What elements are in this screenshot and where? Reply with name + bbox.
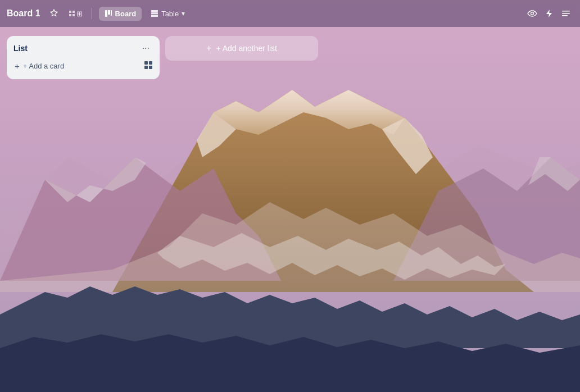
menu-button[interactable] — [559, 6, 573, 21]
board-view-button[interactable]: Board — [99, 7, 142, 21]
svg-rect-20 — [151, 15, 158, 17]
table-view-icon — [151, 10, 158, 17]
add-card-button[interactable]: + + Add a card — [11, 58, 142, 74]
svg-rect-22 — [562, 11, 570, 12]
svg-rect-24 — [562, 15, 568, 16]
add-list-button[interactable]: + + Add another list — [165, 36, 318, 61]
add-card-label: + Add a card — [23, 62, 64, 70]
svg-rect-19 — [151, 12, 158, 14]
list-card: List ··· + + Add a card — [7, 36, 160, 79]
svg-rect-17 — [111, 10, 112, 16]
list-header: List ··· — [11, 42, 155, 55]
board-view-label: Board — [115, 10, 137, 18]
add-card-row: + + Add a card — [11, 58, 155, 74]
ellipsis-icon: ··· — [142, 43, 149, 53]
right-icons — [525, 6, 573, 21]
svg-rect-26 — [149, 61, 152, 65]
card-template-button[interactable] — [142, 60, 155, 72]
list-menu-button[interactable]: ··· — [139, 43, 153, 54]
svg-rect-25 — [144, 61, 148, 65]
plus-icon: + — [15, 62, 20, 70]
board-title: Board 1 — [7, 8, 40, 19]
automation-button[interactable]: ⊞ — [65, 7, 85, 20]
lightning-button[interactable] — [542, 6, 556, 21]
menu-icon — [561, 8, 571, 19]
lightning-icon — [544, 8, 554, 19]
add-list-label: + Add another list — [216, 44, 277, 53]
divider — [92, 8, 92, 19]
svg-rect-23 — [562, 13, 570, 14]
card-template-icon — [144, 61, 153, 70]
board-view-icon — [105, 10, 112, 17]
svg-rect-15 — [105, 10, 107, 17]
svg-rect-27 — [144, 66, 148, 69]
add-list-plus-icon: + — [206, 43, 211, 53]
watch-button[interactable] — [525, 6, 540, 21]
automation-icon — [67, 9, 76, 18]
list-title: List — [13, 44, 28, 53]
star-icon — [49, 9, 58, 18]
svg-rect-16 — [108, 10, 110, 15]
svg-rect-28 — [149, 66, 152, 69]
chevron-down-icon: ▾ — [182, 10, 185, 17]
table-view-label: Table — [161, 10, 179, 18]
svg-rect-18 — [151, 10, 158, 12]
table-view-button[interactable]: Table ▾ — [146, 7, 189, 21]
svg-point-21 — [531, 12, 534, 15]
star-button[interactable] — [47, 7, 61, 20]
board-content: List ··· + + Add a card + — [0, 27, 580, 392]
watch-icon — [527, 8, 537, 19]
topbar: Board 1 ⊞ Board Table ▾ — [0, 0, 580, 27]
